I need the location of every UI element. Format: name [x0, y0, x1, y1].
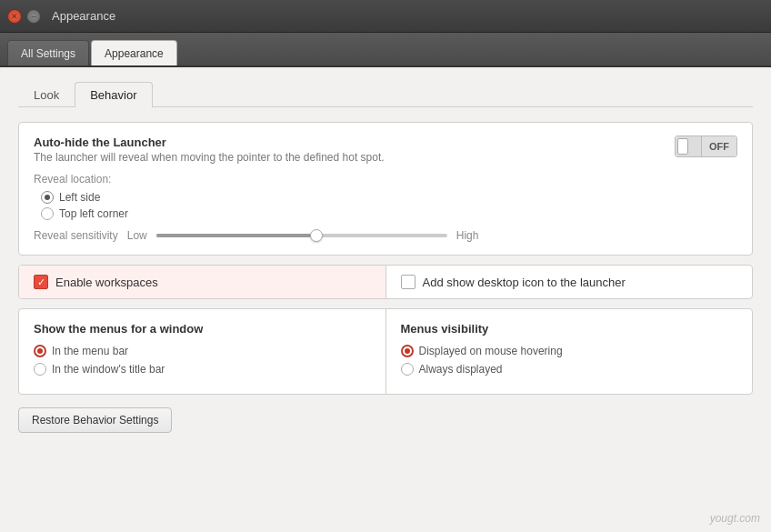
restore-button[interactable]: Restore Behavior Settings — [18, 407, 172, 433]
radio-always-displayed[interactable]: Always displayed — [401, 363, 738, 376]
autohide-toggle[interactable]: OFF — [675, 136, 737, 157]
autohide-header: Auto-hide the Launcher The launcher will… — [34, 136, 737, 164]
autohide-section: Auto-hide the Launcher The launcher will… — [18, 122, 753, 256]
radio-menu-bar-circle — [34, 345, 46, 357]
add-show-desktop-label: Add show desktop icon to the launcher — [423, 276, 626, 289]
add-show-desktop-checkbox[interactable] — [401, 275, 416, 289]
add-show-desktop-item[interactable]: Add show desktop icon to the launcher — [386, 266, 753, 298]
window-controls: ✕ – — [7, 9, 41, 24]
radio-left-side[interactable]: Left side — [41, 191, 737, 204]
content-area: Look Behavior Auto-hide the Launcher The… — [0, 67, 771, 447]
sensitivity-low: Low — [127, 229, 147, 242]
sensitivity-label: Reveal sensitivity — [34, 229, 118, 242]
radio-menu-bar[interactable]: In the menu bar — [34, 345, 371, 357]
menus-visibility-title: Menus visibility — [401, 322, 738, 336]
radio-mouse-hover[interactable]: Displayed on mouse hovering — [401, 345, 738, 357]
radio-always-circle — [401, 363, 414, 376]
slider-fill — [156, 234, 316, 237]
autohide-info: Auto-hide the Launcher The launcher will… — [34, 136, 385, 164]
autohide-title: Auto-hide the Launcher — [34, 136, 385, 149]
left-side-label: Left side — [59, 191, 100, 204]
tab-behavior[interactable]: Behavior — [75, 82, 152, 107]
enable-workspaces-label: Enable workspaces — [55, 276, 158, 289]
location-radio-group: Left side Top left corner — [34, 191, 737, 220]
nav-appearance[interactable]: Appearance — [91, 40, 177, 65]
checkbox-section: ✓ Enable workspaces Add show desktop ico… — [18, 265, 753, 299]
radio-title-bar[interactable]: In the window's title bar — [34, 363, 371, 376]
enable-workspaces-checkbox[interactable]: ✓ — [34, 275, 48, 289]
top-left-corner-label: Top left corner — [59, 207, 128, 220]
toggle-track — [676, 136, 701, 156]
sensitivity-row: Reveal sensitivity Low High — [34, 229, 737, 242]
reveal-location-label: Reveal location: — [34, 173, 737, 186]
toggle-off-label: OFF — [701, 136, 736, 156]
always-displayed-label: Always displayed — [419, 363, 503, 376]
enable-workspaces-item[interactable]: ✓ Enable workspaces — [19, 266, 386, 298]
nav-all-settings[interactable]: All Settings — [7, 40, 89, 65]
radio-circle-left — [41, 191, 54, 204]
sensitivity-slider[interactable] — [156, 234, 447, 237]
radio-circle-top-left — [41, 207, 54, 220]
two-col-section: Show the menus for a window In the menu … — [18, 308, 753, 395]
navbar: All Settings Appearance — [0, 33, 771, 67]
menus-visibility-col: Menus visibility Displayed on mouse hove… — [386, 309, 753, 394]
radio-title-bar-circle — [34, 363, 46, 376]
tab-look[interactable]: Look — [18, 82, 75, 107]
titlebar: ✕ – Appearance — [0, 0, 771, 33]
title-bar-label: In the window's title bar — [52, 363, 165, 376]
reveal-location: Reveal location: Left side Top left corn… — [34, 173, 737, 220]
radio-mouse-hover-circle — [401, 345, 414, 357]
window-title: Appearance — [52, 9, 115, 23]
show-menus-title: Show the menus for a window — [34, 322, 371, 336]
tab-bar: Look Behavior — [18, 82, 753, 107]
radio-top-left-corner[interactable]: Top left corner — [41, 207, 737, 220]
show-menus-col: Show the menus for a window In the menu … — [19, 309, 386, 394]
autohide-description: The launcher will reveal when moving the… — [34, 151, 385, 164]
mouse-hover-label: Displayed on mouse hovering — [419, 345, 563, 357]
slider-thumb[interactable] — [310, 229, 323, 242]
watermark: yougt.com — [710, 512, 760, 525]
menu-bar-label: In the menu bar — [52, 345, 128, 357]
close-icon: ✕ — [11, 12, 18, 21]
minimize-button[interactable]: – — [26, 9, 41, 24]
minus-icon: – — [31, 12, 35, 21]
toggle-knob — [677, 138, 688, 155]
close-button[interactable]: ✕ — [7, 9, 22, 24]
sensitivity-high: High — [456, 229, 479, 242]
